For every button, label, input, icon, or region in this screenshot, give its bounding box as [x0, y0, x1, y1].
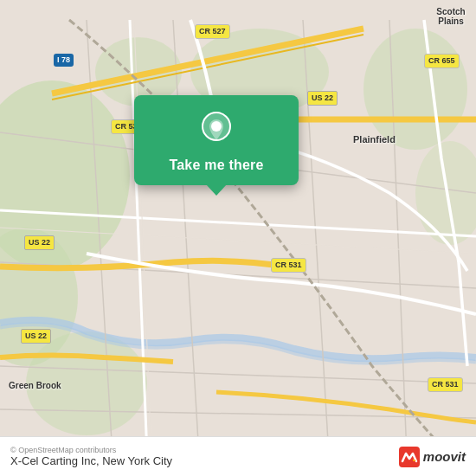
pin-icon: [197, 111, 235, 149]
i78-badge: I 78: [54, 54, 74, 67]
take-me-there-button[interactable]: Take me there: [169, 158, 263, 173]
attribution-text: © OpenStreetMap contributors: [10, 446, 172, 454]
us22-top-badge: US 22: [307, 91, 338, 106]
popup-card[interactable]: Take me there: [134, 95, 299, 185]
map-svg: [0, 0, 476, 476]
plainfield-label: Plainfield: [353, 134, 396, 145]
cr531-bot-badge: CR 531: [428, 377, 463, 392]
svg-point-4: [363, 29, 467, 150]
bottom-bar: © OpenStreetMap contributors X-Cel Carti…: [0, 436, 476, 476]
cr655-badge: CR 655: [424, 54, 460, 68]
cr531-mid-badge: CR 531: [271, 258, 306, 273]
cr527-badge: CR 527: [195, 24, 230, 39]
us22-mid-badge: US 22: [24, 235, 55, 250]
moovit-logo[interactable]: moovit: [399, 447, 466, 467]
map-container: I 78 CR 527 US 22 CR 655 CR 531 US 22 CR…: [0, 0, 476, 476]
bottom-left: © OpenStreetMap contributors X-Cel Carti…: [10, 446, 172, 467]
location-name-text: X-Cel Carting Inc, New York City: [10, 454, 172, 467]
green-brook-label: Green Brook: [9, 381, 61, 390]
moovit-icon: [399, 447, 420, 467]
us22-bot-badge: US 22: [21, 329, 51, 344]
moovit-text: moovit: [423, 449, 466, 464]
scotch-plains-label: Scotch Plains: [426, 7, 476, 26]
